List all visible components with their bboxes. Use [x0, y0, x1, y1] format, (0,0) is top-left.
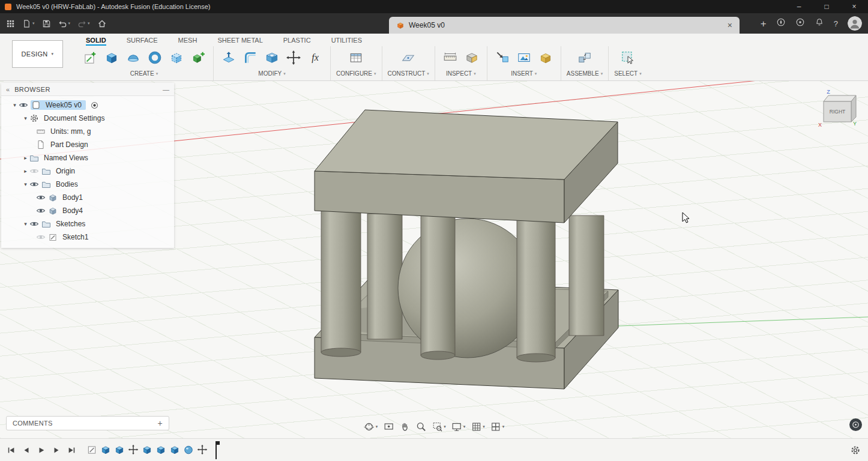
- timeline-step-back-button[interactable]: [22, 446, 31, 454]
- view-cube[interactable]: RIGHT Z X Y: [815, 88, 858, 131]
- select-group-label[interactable]: SELECT▾: [614, 69, 641, 77]
- eye-icon[interactable]: [19, 100, 28, 110]
- browser-item-origin[interactable]: ▸ Origin: [1, 164, 174, 178]
- workspace-switcher[interactable]: DESIGN ▾: [12, 40, 63, 68]
- measure-button[interactable]: [441, 48, 460, 67]
- comments-bar[interactable]: COMMENTS +: [6, 416, 169, 430]
- viewport[interactable]: « BROWSER — ▾ Week05 v0 ▾: [0, 81, 868, 438]
- timeline-item-extrude[interactable]: [114, 444, 125, 455]
- eye-off-icon[interactable]: [36, 232, 46, 242]
- tree-open-icon[interactable]: ▾: [22, 181, 29, 187]
- help-button[interactable]: ?: [834, 19, 838, 28]
- timeline-item-sphere[interactable]: [183, 444, 194, 455]
- tab-plastic[interactable]: PLASTIC: [283, 37, 311, 46]
- eye-icon[interactable]: [29, 219, 39, 229]
- tab-solid[interactable]: SOLID: [86, 37, 106, 46]
- minimize-button[interactable]: –: [785, 0, 813, 13]
- orbit-button[interactable]: ▾: [364, 421, 378, 432]
- minimize-panel-button[interactable]: —: [163, 86, 169, 93]
- grid-settings-button[interactable]: ▾: [471, 421, 485, 432]
- timeline-settings-button[interactable]: [850, 445, 861, 456]
- home-view-button[interactable]: [97, 19, 107, 28]
- tab-surface[interactable]: SURFACE: [127, 37, 158, 46]
- fillet-button[interactable]: [241, 48, 260, 67]
- browser-item-part-design[interactable]: Part Design: [1, 138, 174, 151]
- timeline-item-move[interactable]: [197, 444, 208, 455]
- browser-item-sketch1[interactable]: Sketch1: [1, 230, 174, 244]
- shell-button[interactable]: [262, 48, 282, 67]
- move-copy-button[interactable]: [284, 48, 303, 67]
- browser-item-root[interactable]: ▾ Week05 v0: [1, 98, 174, 112]
- viewports-button[interactable]: ▾: [490, 421, 505, 432]
- model-top-slab[interactable]: [315, 110, 618, 223]
- configure-group-label[interactable]: CONFIGURE▾: [336, 69, 376, 77]
- extrude-button[interactable]: [102, 48, 121, 67]
- maximize-button[interactable]: □: [813, 0, 840, 13]
- primitive-box-button[interactable]: [167, 48, 186, 67]
- add-comment-button[interactable]: +: [158, 418, 163, 428]
- create-sketch-button[interactable]: [80, 48, 100, 67]
- browser-item-sketches[interactable]: ▾ Sketches: [1, 217, 174, 230]
- timeline-track[interactable]: [86, 441, 220, 460]
- timeline-item-primitive-box[interactable]: [142, 444, 152, 455]
- timeline-skip-start-button[interactable]: [7, 446, 16, 454]
- model-sphere[interactable]: [398, 218, 537, 358]
- tree-closed-icon[interactable]: ▸: [22, 168, 29, 174]
- activate-component-radio[interactable]: [91, 101, 98, 109]
- close-tab-button[interactable]: ×: [728, 20, 732, 30]
- job-status-button[interactable]: [795, 17, 805, 29]
- browser-item-body1[interactable]: Body1: [1, 191, 174, 204]
- timeline-step-forward-button[interactable]: [52, 446, 61, 454]
- timeline-item-extrude[interactable]: [100, 444, 111, 455]
- account-avatar[interactable]: [848, 16, 862, 31]
- browser-item-bodies[interactable]: ▾ Bodies: [1, 178, 174, 191]
- eye-icon[interactable]: [29, 179, 39, 189]
- browser-item-units[interactable]: Units: mm, g: [1, 125, 174, 138]
- tree-closed-icon[interactable]: ▸: [22, 155, 29, 161]
- timeline-playhead[interactable]: [212, 441, 220, 460]
- timeline-skip-end-button[interactable]: [67, 446, 76, 454]
- modify-group-label[interactable]: MODIFY▾: [219, 69, 325, 77]
- save-button[interactable]: [42, 19, 51, 28]
- undo-button[interactable]: ▾: [58, 19, 71, 28]
- insert-image-button[interactable]: [514, 48, 534, 67]
- tree-open-icon[interactable]: ▾: [11, 102, 19, 108]
- notifications-button[interactable]: [815, 17, 824, 29]
- timeline-item-move[interactable]: [128, 444, 139, 455]
- configuration-table-button[interactable]: [346, 48, 366, 67]
- model-columns-front[interactable]: [321, 211, 555, 362]
- browser-item-document-settings[interactable]: ▾ Document Settings: [1, 112, 174, 125]
- tab-mesh[interactable]: MESH: [178, 37, 197, 46]
- inspect-group-label[interactable]: INSPECT▾: [441, 69, 481, 77]
- browser-item-named-views[interactable]: ▸ Named Views: [1, 151, 174, 164]
- construct-group-label[interactable]: CONSTRUCT▾: [388, 69, 429, 77]
- zoom-button[interactable]: [415, 421, 426, 432]
- new-document-button[interactable]: +: [761, 19, 767, 29]
- tab-sheet-metal[interactable]: SHEET METAL: [217, 37, 262, 46]
- feedback-button[interactable]: [849, 418, 862, 431]
- selected-item-highlight[interactable]: Week05 v0: [31, 100, 86, 110]
- new-component-button[interactable]: [575, 48, 594, 67]
- document-tab[interactable]: Week05 v0 ×: [389, 17, 740, 34]
- insert-canvas-button[interactable]: [536, 48, 555, 67]
- file-menu-button[interactable]: ▾: [22, 19, 35, 28]
- dashboard-button[interactable]: [776, 17, 786, 29]
- change-parameters-button[interactable]: fx: [306, 48, 325, 67]
- select-button[interactable]: [618, 48, 637, 67]
- timeline-item-sketch[interactable]: [86, 444, 97, 455]
- insert-derive-button[interactable]: [493, 48, 512, 67]
- zoom-window-button[interactable]: ▾: [432, 421, 446, 432]
- model-body[interactable]: [315, 110, 618, 389]
- press-pull-button[interactable]: [219, 48, 238, 67]
- redo-button[interactable]: ▾: [77, 19, 90, 28]
- eye-icon[interactable]: [36, 206, 46, 215]
- browser-item-body4[interactable]: Body4: [1, 204, 174, 217]
- timeline-item-primitive-box[interactable]: [169, 444, 180, 455]
- pan-button[interactable]: [399, 421, 410, 432]
- construction-plane-button[interactable]: [399, 48, 418, 67]
- collapse-panel-button[interactable]: «: [6, 86, 10, 93]
- view-cube-face-label[interactable]: RIGHT: [830, 109, 845, 115]
- close-button[interactable]: ×: [840, 0, 868, 13]
- create-group-label[interactable]: CREATE▾: [80, 69, 208, 77]
- timeline-item-primitive-box[interactable]: [155, 444, 166, 455]
